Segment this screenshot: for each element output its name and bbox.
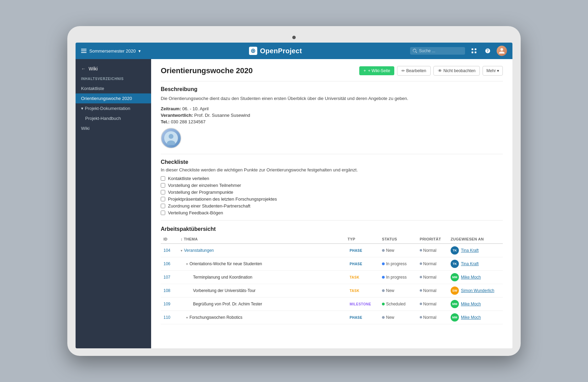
checkliste-desc: In dieser Checkliste werden die wichtige… <box>161 167 503 172</box>
wp-theme-link[interactable]: Veranstaltungen <box>184 248 214 253</box>
priority-dot-icon <box>420 303 422 305</box>
priority-dot-icon <box>420 289 422 292</box>
checklist-checkbox[interactable] <box>161 183 165 188</box>
beobachten-button[interactable]: 👁 Nicht beobachten <box>433 66 480 76</box>
sidebar-item-projekt-dokumentation[interactable]: ▾ Projekt-Dokumentation <box>76 103 151 113</box>
wp-id-link[interactable]: 106 <box>163 261 170 266</box>
wp-theme-text: Orientations-Woche für neue Studenten <box>190 261 262 266</box>
checklist-item-label: Kontaktliste verteilen <box>168 176 209 181</box>
sidebar-wiki-label: Wiki <box>89 66 98 71</box>
wp-type-badge: MILESTONE <box>348 302 373 307</box>
user-avatar[interactable] <box>497 46 507 56</box>
toolbar-actions: + + Wiki-Seite ✏ Bearbeiten 👁 Nicht beob… <box>359 66 503 76</box>
hamburger-icon[interactable] <box>81 49 87 53</box>
wp-id-link[interactable]: 108 <box>163 288 170 293</box>
project-dropdown-icon: ▾ <box>138 48 141 54</box>
col-typ[interactable]: TYP <box>345 235 379 244</box>
priority-dot-icon <box>420 249 422 251</box>
search-input[interactable] <box>419 48 460 53</box>
project-selector[interactable]: Sommersemester 2020 ▾ <box>81 48 141 54</box>
checklist-item-label: Verteilung Feedback-Bögen <box>168 210 223 215</box>
priority-text: Normal <box>423 275 437 280</box>
expand-icon[interactable]: ▾ <box>186 316 189 319</box>
assignee-avatar: MM <box>451 313 459 322</box>
expand-icon[interactable]: ▾ <box>186 262 189 266</box>
checklist-checkbox[interactable] <box>161 190 165 194</box>
col-id[interactable]: ID <box>161 235 178 244</box>
assignee-name-link[interactable]: Mike Moch <box>461 302 481 306</box>
eye-icon: 👁 <box>438 68 442 73</box>
verantwortlich-label: Verantwortlich: <box>161 113 193 118</box>
svg-rect-2 <box>472 52 473 53</box>
bearbeiten-button[interactable]: ✏ Bearbeiten <box>397 66 431 76</box>
priority-dot-icon <box>420 276 422 278</box>
status-text: Scheduled <box>386 302 406 306</box>
wp-type-badge: TASK <box>348 275 361 280</box>
body-layout: ← Wiki INHALTSVERZEICHNIS Kontaktliste O… <box>76 59 512 348</box>
arbeitspakt-heading: Arbeitspaktübersicht <box>161 226 503 232</box>
wp-id-link[interactable]: 109 <box>163 302 170 306</box>
plus-icon: + <box>363 68 366 73</box>
checklist-checkbox[interactable] <box>161 176 165 181</box>
sidebar-item-orientierungswoche[interactable]: Orientierungswoche 2020 <box>76 93 151 103</box>
tablet-frame: Sommersemester 2020 ▾ OpenProject <box>67 26 521 356</box>
divider-2 <box>161 154 503 154</box>
sidebar-item-kontaktliste[interactable]: Kontaktliste <box>76 83 151 93</box>
checklist-item: Verteilung Feedback-Bögen <box>161 210 503 215</box>
checklist-checkbox[interactable] <box>161 204 165 208</box>
wp-type-badge: TASK <box>348 288 361 293</box>
priority-text: Normal <box>423 261 437 266</box>
beschreibung-text: Die Orientierungswoche dient dazu den St… <box>161 95 503 102</box>
sidebar: ← Wiki INHALTSVERZEICHNIS Kontaktliste O… <box>76 59 151 348</box>
edit-icon: ✏ <box>402 68 405 73</box>
col-zugewiesen[interactable]: ZUGEWIESEN AN <box>448 235 503 244</box>
tablet-screen: Sommersemester 2020 ▾ OpenProject <box>76 43 512 348</box>
checklist-item-label: Vorstellung der Programmpunkte <box>168 190 233 195</box>
zeitraum-value: 06. - 10. April <box>182 106 209 111</box>
assignee-name-link[interactable]: Simon Wunderlich <box>461 288 494 293</box>
priority-dot-icon <box>420 262 422 265</box>
sidebar-item-wiki[interactable]: Wiki <box>76 123 151 133</box>
divider-1 <box>161 81 503 81</box>
divider-3 <box>161 220 503 221</box>
col-thema[interactable]: ↕ THEMA <box>178 235 345 244</box>
status-text: New <box>386 315 394 320</box>
checklist-item-label: Zuordnung einer Studenten-Partnerschaft <box>168 203 250 209</box>
wp-type-badge: PHASE <box>348 315 364 320</box>
table-row: 104▾ VeranstaltungenPHASENewNormalTKTina… <box>161 244 503 257</box>
checklist-checkbox[interactable] <box>161 211 165 215</box>
search-box[interactable] <box>410 47 465 55</box>
wiki-seite-button[interactable]: + + Wiki-Seite <box>359 66 394 75</box>
checklist-item: Vorstellung der einzelnen Teilnehmer <box>161 183 503 188</box>
wp-theme-text: Terminplanung und Koordination <box>193 275 252 280</box>
col-status[interactable]: STATUS <box>379 235 417 244</box>
expand-icon[interactable]: ▾ <box>181 249 183 252</box>
assignee-name-link[interactable]: Tina Kraft <box>461 261 479 266</box>
wp-id-link[interactable]: 110 <box>163 315 170 320</box>
priority-text: Normal <box>423 248 437 253</box>
mehr-button[interactable]: Mehr ▾ <box>483 66 503 76</box>
table-row: 110▾ Forschungswochen RoboticsPHASENewNo… <box>161 311 503 324</box>
help-icon[interactable] <box>483 46 493 56</box>
wp-theme-text: Begrüßung von Prof. Dr. Achim Tester <box>193 302 262 306</box>
table-row: 109Begrüßung von Prof. Dr. Achim TesterM… <box>161 297 503 311</box>
status-dot-icon <box>382 276 385 279</box>
checklist-checkbox[interactable] <box>161 197 165 201</box>
sidebar-wiki-back[interactable]: ← Wiki <box>76 63 151 76</box>
apps-icon[interactable] <box>469 46 479 56</box>
back-arrow-icon: ← <box>81 66 86 71</box>
work-packages-table: ID ↕ THEMA TYP STATUS PRIORITÄT ZUGEWIES… <box>161 235 503 324</box>
assignee-name-link[interactable]: Mike Moch <box>461 315 481 320</box>
status-dot-icon <box>382 303 385 305</box>
wp-id-link[interactable]: 107 <box>163 275 170 280</box>
sidebar-item-projekt-handbuch[interactable]: Projekt-Handbuch <box>76 113 151 123</box>
assignee-name-link[interactable]: Tina Kraft <box>461 248 479 253</box>
wp-theme-text: Forschungswochen Robotics <box>190 315 242 320</box>
col-prioritaet[interactable]: PRIORITÄT <box>417 235 448 244</box>
wp-id-link[interactable]: 104 <box>163 248 170 253</box>
app-logo: OpenProject <box>141 47 410 55</box>
assignee-name-link[interactable]: Mike Moch <box>461 275 481 280</box>
checklist-item: Zuordnung einer Studenten-Partnerschaft <box>161 203 503 209</box>
checklist-item: Kontaktliste verteilen <box>161 176 503 181</box>
sidebar-section-label: INHALTSVERZEICHNIS <box>76 76 151 83</box>
